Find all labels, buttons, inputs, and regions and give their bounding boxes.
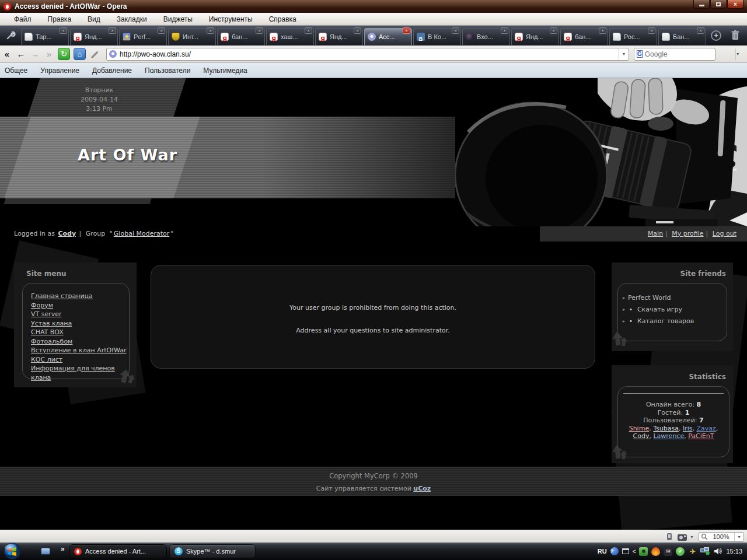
- taskbar-task-skype[interactable]: S Skype™ - d.smur: [169, 544, 256, 558]
- friend-link-row[interactable]: ▸ • Каталог товаров: [623, 315, 727, 327]
- tab[interactable]: бан...×: [217, 28, 265, 45]
- download-manager-tray-icon[interactable]: [651, 547, 660, 556]
- tab[interactable]: Рос...×: [609, 28, 657, 45]
- friend-link-row[interactable]: ▸ • Скачать игру: [623, 303, 727, 315]
- network-tray-icon[interactable]: [700, 547, 710, 555]
- menu-link-home[interactable]: Главная страница: [31, 292, 93, 300]
- tab-close-icon[interactable]: ×: [109, 27, 116, 34]
- username-link[interactable]: Cody: [58, 230, 76, 237]
- menu-bookmarks[interactable]: Закладки: [109, 15, 155, 23]
- tab-close-icon[interactable]: ×: [452, 27, 459, 34]
- camera-snapshot-icon[interactable]: [678, 533, 688, 541]
- nav-profile-link[interactable]: My profile: [672, 230, 703, 237]
- tray-expand-chevron[interactable]: <: [633, 548, 636, 555]
- zoom-dropdown-arrow[interactable]: ▼: [734, 533, 743, 541]
- online-user-link[interactable]: Lawrence: [653, 432, 684, 440]
- tab[interactable]: Perf...×: [119, 28, 167, 45]
- tab[interactable]: В Ко...×: [413, 28, 461, 45]
- online-user-link[interactable]: Shime: [629, 425, 650, 432]
- menu-link-forum[interactable]: Форум: [31, 302, 53, 309]
- admin-general[interactable]: Общее: [5, 66, 27, 75]
- tab-close-icon[interactable]: ×: [648, 27, 655, 34]
- tab[interactable]: хаш...×: [266, 28, 314, 45]
- group-link[interactable]: Global Moderator: [114, 230, 169, 237]
- help-icon[interactable]: ?: [610, 547, 619, 555]
- friend-link[interactable]: Каталог товаров: [637, 317, 694, 325]
- restore-down-icon[interactable]: [622, 548, 629, 554]
- search-input[interactable]: [645, 50, 735, 58]
- tab[interactable]: Янд...×: [511, 28, 559, 45]
- url-dropdown-arrow[interactable]: ▼: [619, 48, 629, 60]
- menu-file[interactable]: Файл: [6, 15, 40, 23]
- tab-close-icon[interactable]: ×: [599, 27, 606, 34]
- clock[interactable]: 15:13: [726, 548, 742, 555]
- menu-widgets[interactable]: Виджеты: [155, 15, 201, 23]
- menu-link-members-info[interactable]: Информация для членов клана: [31, 365, 115, 382]
- tab-close-icon[interactable]: ×: [403, 27, 410, 34]
- tab-close-icon[interactable]: ×: [697, 27, 704, 34]
- minimize-button[interactable]: [693, 0, 710, 9]
- tab-close-icon[interactable]: ×: [158, 27, 165, 34]
- menu-view[interactable]: Вид: [79, 15, 109, 23]
- zoom-widget[interactable]: 100% ▼: [699, 532, 744, 542]
- online-user-link[interactable]: Cody: [633, 432, 650, 440]
- tab[interactable]: Инт...×: [168, 28, 216, 45]
- menu-link-chatbox[interactable]: CHAT BOX: [31, 328, 64, 336]
- nav-logout-link[interactable]: Log out: [713, 230, 736, 237]
- language-indicator[interactable]: RU: [598, 548, 607, 555]
- admin-users[interactable]: Пользователи: [145, 66, 190, 75]
- tab-close-icon[interactable]: ×: [207, 27, 214, 34]
- search-box[interactable]: G ▼: [634, 48, 715, 61]
- menu-edit[interactable]: Правка: [40, 15, 80, 23]
- fast-forward-button[interactable]: »: [42, 47, 56, 61]
- tab-close-icon[interactable]: ×: [60, 27, 67, 34]
- tab-active[interactable]: Асс...×: [364, 28, 412, 45]
- online-user-link[interactable]: Iris: [683, 425, 693, 432]
- ucoz-link[interactable]: uCoz: [413, 485, 431, 492]
- airplane-tray-icon[interactable]: ✈: [688, 547, 697, 556]
- friend-link[interactable]: Скачать игру: [637, 306, 682, 313]
- menu-tools[interactable]: Инструменты: [201, 15, 261, 23]
- tab[interactable]: бан...×: [560, 28, 608, 45]
- url-field[interactable]: ▼: [106, 48, 629, 61]
- admin-manage[interactable]: Управление: [40, 66, 79, 75]
- friend-link-row[interactable]: ▸ Perfect World: [623, 292, 727, 303]
- antivirus-tray-icon[interactable]: ✓: [676, 547, 685, 556]
- online-user-link[interactable]: Tsubasa: [653, 425, 679, 432]
- closed-tabs-trash-button[interactable]: [731, 30, 740, 43]
- show-desktop-button[interactable]: [41, 548, 50, 555]
- forward-button[interactable]: →: [28, 47, 42, 61]
- sync-icon[interactable]: [666, 533, 673, 541]
- nav-main-link[interactable]: Main: [648, 230, 663, 237]
- tab-close-icon[interactable]: ×: [354, 27, 361, 34]
- close-button[interactable]: ×: [727, 0, 743, 9]
- online-user-link[interactable]: PaCiEnT: [688, 432, 714, 440]
- tab[interactable]: Янд...×: [70, 28, 118, 45]
- url-input[interactable]: [120, 50, 619, 58]
- menu-link-photoalbum[interactable]: Фотоальбом: [31, 338, 72, 345]
- menu-link-kos-list[interactable]: КОС лист: [31, 356, 62, 363]
- toolbar-chevron[interactable]: »: [61, 545, 65, 553]
- menu-help[interactable]: Справка: [261, 15, 305, 23]
- tab[interactable]: Вхо...×: [462, 28, 510, 45]
- tab[interactable]: Тар...×: [21, 28, 69, 45]
- friend-link[interactable]: Perfect World: [628, 294, 671, 302]
- tab[interactable]: Бан...×: [658, 28, 706, 45]
- online-user-link[interactable]: Zavaz: [697, 425, 716, 432]
- admin-add[interactable]: Добавление: [92, 66, 132, 75]
- start-button[interactable]: [3, 542, 22, 560]
- pencil-icon[interactable]: [90, 50, 99, 59]
- rewind-button[interactable]: «: [0, 47, 14, 61]
- tab-close-icon[interactable]: ×: [501, 27, 508, 34]
- tab-close-icon[interactable]: ×: [305, 27, 312, 34]
- taskbar-task-opera[interactable]: Access denied - Art...: [69, 544, 167, 558]
- webcam-tray-icon[interactable]: [639, 547, 648, 556]
- volume-tray-icon[interactable]: [714, 547, 722, 555]
- home-button[interactable]: ⌂: [74, 48, 86, 60]
- admin-multimedia[interactable]: Мультимедиа: [203, 66, 247, 75]
- back-button[interactable]: ←: [14, 47, 28, 61]
- menu-link-charter[interactable]: Устав клана: [31, 320, 72, 327]
- search-dropdown-arrow[interactable]: ▼: [735, 48, 740, 60]
- tab-close-icon[interactable]: ×: [550, 27, 557, 34]
- new-tab-button[interactable]: +: [711, 30, 721, 41]
